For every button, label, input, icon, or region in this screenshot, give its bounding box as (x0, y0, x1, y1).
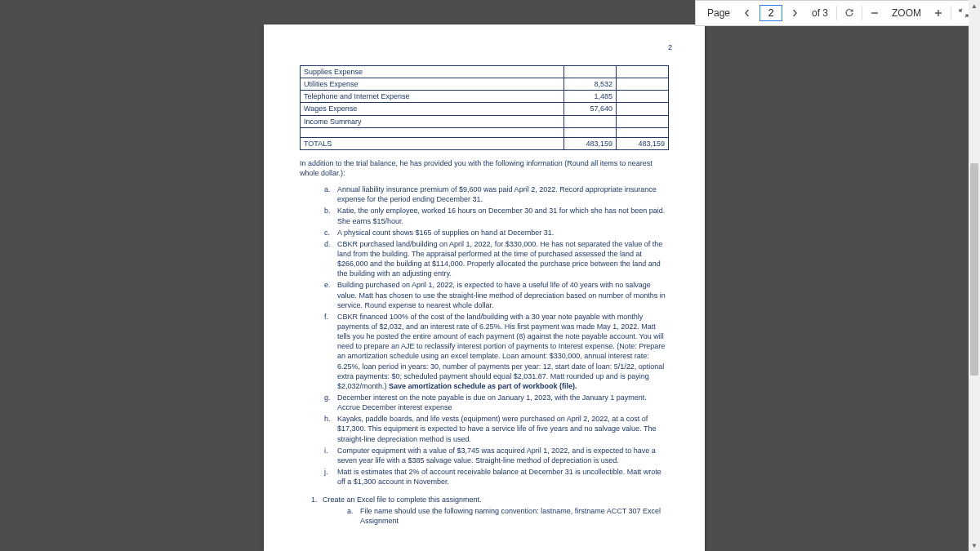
list-item: Building purchased on April 1, 2022, is … (324, 280, 669, 309)
pdf-toolbar: Page of 3 ZOOM (695, 0, 980, 26)
page-number: 2 (668, 42, 672, 52)
task-sub-item: File name should use the following namin… (347, 506, 669, 526)
prev-page-button[interactable] (738, 4, 756, 22)
page-number-input[interactable] (760, 5, 782, 21)
scroll-up-arrow[interactable]: ▲ (969, 0, 980, 11)
list-item: A physical count shows $165 of supplies … (324, 228, 669, 238)
table-row: Telephone and Internet Expense1,485 (301, 91, 669, 103)
trial-balance-table: Supplies ExpenseUtilities Expense8,532Te… (300, 65, 669, 150)
zoom-out-button[interactable] (866, 4, 884, 22)
refresh-button[interactable] (840, 4, 858, 22)
list-item: Kayaks, paddle boards, and life vests (e… (324, 414, 669, 443)
next-page-button[interactable] (786, 4, 804, 22)
page-label: Page (702, 7, 735, 19)
intro-text: In addition to the trial balance, he has… (300, 158, 669, 178)
vertical-scrollbar[interactable]: ▲ ▼ (969, 0, 980, 551)
table-row: Wages Expense57,640 (301, 103, 669, 115)
adjustments-list: Annual liability insurance premium of $9… (300, 184, 669, 487)
table-row: Utilities Expense8,532 (301, 78, 669, 91)
tasks-list: Create an Excel file to complete this as… (300, 495, 669, 526)
list-item: December interest on the note payable is… (324, 393, 669, 412)
task-item: Create an Excel file to complete this as… (311, 495, 669, 526)
table-row (301, 127, 669, 137)
list-item: Annual liability insurance premium of $9… (324, 184, 669, 204)
task-sublist: File name should use the following namin… (323, 506, 669, 526)
scroll-down-arrow[interactable]: ▼ (969, 540, 980, 551)
table-row: Income Summary (301, 115, 669, 127)
page-count-label: of 3 (807, 7, 833, 19)
list-item: Computer equipment with a value of $3,74… (324, 446, 669, 465)
zoom-in-button[interactable] (929, 4, 947, 22)
list-item: CBKR purchased land/building on April 1,… (324, 239, 669, 279)
list-item: CBKR financed 100% of the cost of the la… (324, 312, 669, 391)
list-item: Katie, the only employee, worked 16 hour… (324, 206, 669, 225)
zoom-label: ZOOM (887, 7, 926, 19)
table-row: TOTALS483,159483,159 (301, 137, 669, 149)
scroll-thumb[interactable] (970, 163, 978, 375)
list-item: Matt is estimates that 2% of account rec… (324, 467, 669, 487)
table-row: Supplies Expense (301, 66, 669, 78)
document-page: 2 Supplies ExpenseUtilities Expense8,532… (264, 24, 705, 551)
document-viewport[interactable]: 2 Supplies ExpenseUtilities Expense8,532… (0, 0, 969, 551)
